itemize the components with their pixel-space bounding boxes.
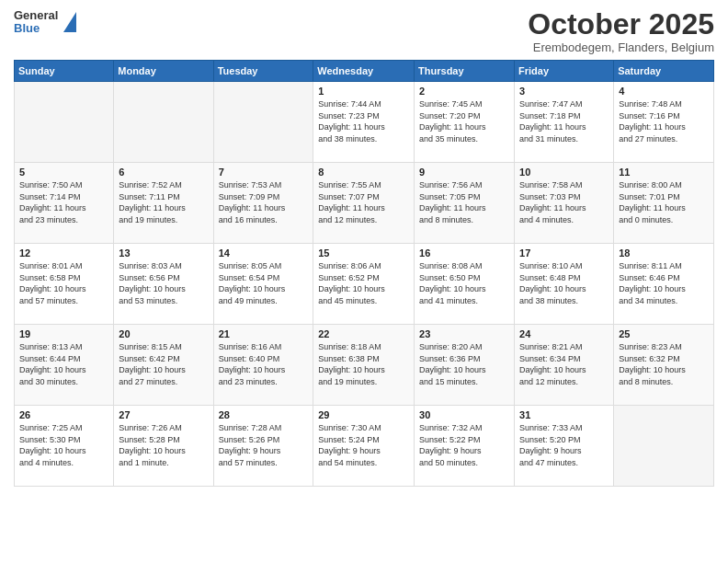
day-number: 9 [419, 167, 509, 178]
day-number: 10 [519, 167, 609, 178]
day-info: Sunrise: 7:52 AM Sunset: 7:11 PM Dayligh… [119, 179, 208, 225]
day-info: Sunrise: 7:48 AM Sunset: 7:16 PM Dayligh… [619, 98, 709, 144]
calendar-week-row: 1Sunrise: 7:44 AM Sunset: 7:23 PM Daylig… [15, 82, 714, 163]
calendar-cell: 27Sunrise: 7:26 AM Sunset: 5:28 PM Dayli… [114, 406, 213, 487]
calendar-cell: 9Sunrise: 7:56 AM Sunset: 7:05 PM Daylig… [415, 163, 515, 244]
calendar-cell: 25Sunrise: 8:23 AM Sunset: 6:32 PM Dayli… [614, 325, 714, 406]
calendar-cell: 26Sunrise: 7:25 AM Sunset: 5:30 PM Dayli… [15, 406, 114, 487]
day-number: 31 [519, 409, 609, 420]
day-info: Sunrise: 8:13 AM Sunset: 6:44 PM Dayligh… [19, 341, 108, 387]
day-info: Sunrise: 8:08 AM Sunset: 6:50 PM Dayligh… [419, 260, 509, 306]
day-number: 28 [219, 409, 309, 420]
logo: General Blue [14, 9, 76, 36]
calendar-cell: 1Sunrise: 7:44 AM Sunset: 7:23 PM Daylig… [313, 82, 415, 163]
day-number: 4 [619, 86, 709, 97]
calendar-cell [114, 82, 213, 163]
day-number: 7 [219, 167, 309, 178]
calendar-cell: 2Sunrise: 7:45 AM Sunset: 7:20 PM Daylig… [415, 82, 515, 163]
calendar-cell: 22Sunrise: 8:18 AM Sunset: 6:38 PM Dayli… [313, 325, 415, 406]
header: General Blue October 2025 Erembodegem, F… [14, 9, 714, 54]
col-thursday: Thursday [415, 61, 515, 82]
day-info: Sunrise: 8:21 AM Sunset: 6:34 PM Dayligh… [519, 341, 609, 387]
calendar-cell: 5Sunrise: 7:50 AM Sunset: 7:14 PM Daylig… [15, 163, 114, 244]
calendar-week-row: 5Sunrise: 7:50 AM Sunset: 7:14 PM Daylig… [15, 163, 714, 244]
location-subtitle: Erembodegem, Flanders, Belgium [528, 40, 714, 54]
day-number: 12 [19, 247, 108, 259]
day-number: 20 [119, 328, 208, 339]
day-info: Sunrise: 7:33 AM Sunset: 5:20 PM Dayligh… [519, 422, 609, 468]
day-info: Sunrise: 7:50 AM Sunset: 7:14 PM Dayligh… [19, 179, 108, 225]
day-info: Sunrise: 8:11 AM Sunset: 6:46 PM Dayligh… [619, 260, 709, 306]
calendar-cell: 29Sunrise: 7:30 AM Sunset: 5:24 PM Dayli… [313, 406, 415, 487]
day-info: Sunrise: 8:01 AM Sunset: 6:58 PM Dayligh… [19, 260, 108, 306]
calendar-table: Sunday Monday Tuesday Wednesday Thursday… [14, 60, 714, 487]
day-info: Sunrise: 8:23 AM Sunset: 6:32 PM Dayligh… [619, 341, 709, 387]
calendar-cell: 20Sunrise: 8:15 AM Sunset: 6:42 PM Dayli… [114, 325, 213, 406]
calendar-cell: 24Sunrise: 8:21 AM Sunset: 6:34 PM Dayli… [515, 325, 614, 406]
day-number: 2 [419, 86, 509, 97]
day-info: Sunrise: 8:06 AM Sunset: 6:52 PM Dayligh… [318, 260, 409, 306]
day-number: 13 [119, 247, 208, 259]
day-info: Sunrise: 8:16 AM Sunset: 6:40 PM Dayligh… [219, 341, 309, 387]
day-number: 6 [119, 167, 208, 178]
day-info: Sunrise: 7:56 AM Sunset: 7:05 PM Dayligh… [419, 179, 509, 225]
calendar-cell: 28Sunrise: 7:28 AM Sunset: 5:26 PM Dayli… [213, 406, 313, 487]
calendar-cell: 16Sunrise: 8:08 AM Sunset: 6:50 PM Dayli… [415, 244, 515, 325]
calendar-cell: 31Sunrise: 7:33 AM Sunset: 5:20 PM Dayli… [515, 406, 614, 487]
calendar-week-row: 19Sunrise: 8:13 AM Sunset: 6:44 PM Dayli… [15, 325, 714, 406]
calendar-cell: 10Sunrise: 7:58 AM Sunset: 7:03 PM Dayli… [515, 163, 614, 244]
calendar-cell: 17Sunrise: 8:10 AM Sunset: 6:48 PM Dayli… [515, 244, 614, 325]
day-info: Sunrise: 8:03 AM Sunset: 6:56 PM Dayligh… [119, 260, 208, 306]
calendar-cell: 15Sunrise: 8:06 AM Sunset: 6:52 PM Dayli… [313, 244, 415, 325]
day-number: 16 [419, 247, 509, 259]
calendar-cell: 30Sunrise: 7:32 AM Sunset: 5:22 PM Dayli… [415, 406, 515, 487]
calendar-cell: 8Sunrise: 7:55 AM Sunset: 7:07 PM Daylig… [313, 163, 415, 244]
calendar-cell: 11Sunrise: 8:00 AM Sunset: 7:01 PM Dayli… [614, 163, 714, 244]
calendar-cell: 23Sunrise: 8:20 AM Sunset: 6:36 PM Dayli… [415, 325, 515, 406]
day-info: Sunrise: 7:53 AM Sunset: 7:09 PM Dayligh… [219, 179, 309, 225]
calendar-week-row: 26Sunrise: 7:25 AM Sunset: 5:30 PM Dayli… [15, 406, 714, 487]
day-number: 5 [19, 167, 108, 178]
day-number: 27 [119, 409, 208, 420]
calendar-cell: 21Sunrise: 8:16 AM Sunset: 6:40 PM Dayli… [213, 325, 313, 406]
day-number: 29 [318, 409, 409, 420]
day-info: Sunrise: 7:28 AM Sunset: 5:26 PM Dayligh… [219, 422, 309, 468]
logo-general: General [14, 9, 58, 22]
day-number: 26 [19, 409, 108, 420]
day-number: 17 [519, 247, 609, 259]
day-info: Sunrise: 7:58 AM Sunset: 7:03 PM Dayligh… [519, 179, 609, 225]
col-saturday: Saturday [614, 61, 714, 82]
day-info: Sunrise: 7:32 AM Sunset: 5:22 PM Dayligh… [419, 422, 509, 468]
day-info: Sunrise: 8:15 AM Sunset: 6:42 PM Dayligh… [119, 341, 208, 387]
calendar-cell [213, 82, 313, 163]
calendar-cell: 18Sunrise: 8:11 AM Sunset: 6:46 PM Dayli… [614, 244, 714, 325]
title-block: October 2025 Erembodegem, Flanders, Belg… [528, 9, 714, 54]
col-sunday: Sunday [15, 61, 114, 82]
calendar-cell [15, 82, 114, 163]
day-number: 19 [19, 328, 108, 339]
calendar-cell: 3Sunrise: 7:47 AM Sunset: 7:18 PM Daylig… [515, 82, 614, 163]
calendar-cell: 13Sunrise: 8:03 AM Sunset: 6:56 PM Dayli… [114, 244, 213, 325]
calendar-cell: 7Sunrise: 7:53 AM Sunset: 7:09 PM Daylig… [213, 163, 313, 244]
calendar-cell: 6Sunrise: 7:52 AM Sunset: 7:11 PM Daylig… [114, 163, 213, 244]
day-number: 22 [318, 328, 409, 339]
day-number: 18 [619, 247, 709, 259]
day-info: Sunrise: 8:05 AM Sunset: 6:54 PM Dayligh… [219, 260, 309, 306]
day-number: 14 [219, 247, 309, 259]
calendar-cell: 19Sunrise: 8:13 AM Sunset: 6:44 PM Dayli… [15, 325, 114, 406]
calendar-cell: 4Sunrise: 7:48 AM Sunset: 7:16 PM Daylig… [614, 82, 714, 163]
day-number: 8 [318, 167, 409, 178]
day-number: 15 [318, 247, 409, 259]
day-number: 1 [318, 86, 409, 97]
logo-triangle-icon [63, 12, 76, 32]
day-number: 24 [519, 328, 609, 339]
col-tuesday: Tuesday [213, 61, 313, 82]
calendar-header-row: Sunday Monday Tuesday Wednesday Thursday… [15, 61, 714, 82]
day-number: 11 [619, 167, 709, 178]
col-friday: Friday [515, 61, 614, 82]
day-info: Sunrise: 8:00 AM Sunset: 7:01 PM Dayligh… [619, 179, 709, 225]
day-number: 30 [419, 409, 509, 420]
col-monday: Monday [114, 61, 213, 82]
day-info: Sunrise: 7:55 AM Sunset: 7:07 PM Dayligh… [318, 179, 409, 225]
day-info: Sunrise: 8:20 AM Sunset: 6:36 PM Dayligh… [419, 341, 509, 387]
